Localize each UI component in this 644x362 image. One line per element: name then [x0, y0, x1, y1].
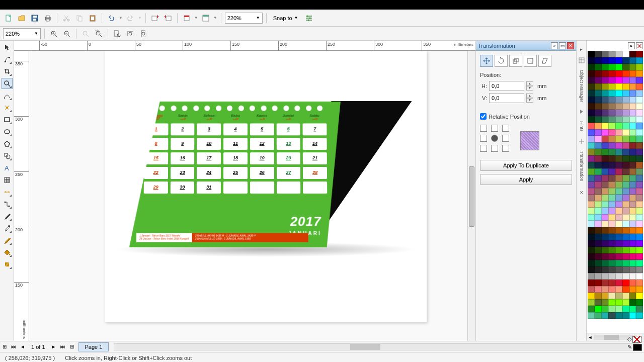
color-swatch[interactable] [595, 227, 602, 234]
color-swatch[interactable] [622, 280, 629, 286]
color-swatch[interactable] [602, 188, 609, 195]
color-swatch[interactable] [588, 97, 595, 103]
color-swatch[interactable] [615, 293, 622, 299]
color-swatch[interactable] [629, 83, 636, 90]
color-swatch[interactable] [629, 312, 636, 319]
color-swatch[interactable] [622, 70, 629, 77]
side-tab-icon[interactable] [578, 138, 585, 145]
color-swatch[interactable] [615, 123, 622, 129]
color-swatch[interactable] [636, 253, 643, 260]
color-swatch[interactable] [595, 64, 602, 70]
color-swatch[interactable] [622, 142, 629, 149]
color-swatch[interactable] [615, 306, 622, 312]
color-swatch[interactable] [615, 97, 622, 103]
color-swatch[interactable] [622, 129, 629, 136]
import-icon[interactable] [149, 13, 160, 24]
zoom-width-icon[interactable] [125, 28, 136, 39]
color-swatch[interactable] [608, 240, 615, 247]
color-swatch[interactable] [615, 64, 622, 70]
app-launcher-icon[interactable] [200, 13, 211, 24]
color-swatch[interactable] [636, 83, 643, 90]
color-swatch[interactable] [622, 201, 629, 208]
color-swatch[interactable] [608, 273, 615, 280]
color-swatch[interactable] [629, 188, 636, 195]
color-swatch[interactable] [588, 247, 595, 253]
transform-position-tab[interactable] [480, 55, 493, 67]
color-swatch[interactable] [608, 221, 615, 227]
color-swatch[interactable] [588, 201, 595, 208]
color-swatch[interactable] [629, 90, 636, 97]
color-swatch[interactable] [629, 64, 636, 70]
color-swatch[interactable] [636, 286, 643, 293]
color-swatch[interactable] [595, 136, 602, 142]
color-swatch[interactable] [636, 129, 643, 136]
color-swatch[interactable] [588, 110, 595, 116]
color-swatch[interactable] [629, 155, 636, 162]
color-swatch[interactable] [629, 116, 636, 123]
color-swatch[interactable] [602, 116, 609, 123]
vertical-ruler[interactable]: millimeters 350300250200150 [14, 51, 29, 341]
color-swatch[interactable] [629, 142, 636, 149]
color-swatch[interactable] [629, 162, 636, 168]
color-swatch[interactable] [615, 260, 622, 266]
color-swatch[interactable] [595, 123, 602, 129]
color-swatch[interactable] [608, 129, 615, 136]
color-swatch[interactable] [636, 136, 643, 142]
cut-icon[interactable] [61, 13, 72, 24]
color-swatch[interactable] [595, 240, 602, 247]
connector-tool[interactable] [2, 199, 13, 210]
export-icon[interactable] [163, 13, 174, 24]
color-swatch[interactable] [595, 162, 602, 168]
color-swatch[interactable] [622, 221, 629, 227]
color-swatch[interactable] [608, 306, 615, 312]
color-swatch[interactable] [629, 168, 636, 175]
publish-icon[interactable] [181, 13, 192, 24]
color-swatch[interactable] [595, 168, 602, 175]
color-swatch[interactable] [608, 70, 615, 77]
color-swatch[interactable] [595, 70, 602, 77]
first-page-icon[interactable]: ⏮ [9, 342, 18, 351]
color-swatch[interactable] [608, 77, 615, 83]
transform-skew-tab[interactable] [538, 55, 551, 67]
color-swatch[interactable] [588, 116, 595, 123]
color-swatch[interactable] [595, 83, 602, 90]
color-swatch[interactable] [588, 155, 595, 162]
color-palette[interactable] [587, 51, 644, 333]
color-swatch[interactable] [588, 57, 595, 64]
color-swatch[interactable] [615, 116, 622, 123]
color-swatch[interactable] [588, 273, 595, 280]
color-swatch[interactable] [636, 175, 643, 182]
color-swatch[interactable] [608, 90, 615, 97]
palette-no-color[interactable] [636, 42, 643, 49]
color-swatch[interactable] [636, 77, 643, 83]
color-swatch[interactable] [602, 221, 609, 227]
anchor-grid[interactable] [480, 125, 510, 152]
color-swatch[interactable] [588, 293, 595, 299]
spinner-up[interactable]: ▲ [526, 94, 533, 98]
color-swatch[interactable] [588, 123, 595, 129]
color-swatch[interactable] [615, 214, 622, 221]
color-swatch[interactable] [608, 162, 615, 168]
ellipse-tool[interactable] [2, 126, 13, 137]
color-swatch[interactable] [588, 51, 595, 57]
color-swatch[interactable] [602, 168, 609, 175]
smart-fill-tool[interactable] [2, 102, 13, 113]
color-swatch[interactable] [622, 234, 629, 240]
color-swatch[interactable] [588, 253, 595, 260]
color-swatch[interactable] [608, 195, 615, 201]
color-swatch[interactable] [622, 253, 629, 260]
color-swatch[interactable] [615, 201, 622, 208]
color-swatch[interactable] [615, 221, 622, 227]
color-swatch[interactable] [636, 103, 643, 110]
prev-page-icon[interactable]: ◄ [18, 342, 27, 351]
color-swatch[interactable] [615, 227, 622, 234]
color-swatch[interactable] [588, 299, 595, 306]
open-file-icon[interactable] [16, 13, 27, 24]
shape-tool[interactable] [2, 54, 13, 65]
color-swatch[interactable] [608, 168, 615, 175]
color-swatch[interactable] [622, 116, 629, 123]
color-swatch[interactable] [615, 188, 622, 195]
color-swatch[interactable] [608, 103, 615, 110]
color-swatch[interactable] [595, 306, 602, 312]
color-swatch[interactable] [636, 155, 643, 162]
